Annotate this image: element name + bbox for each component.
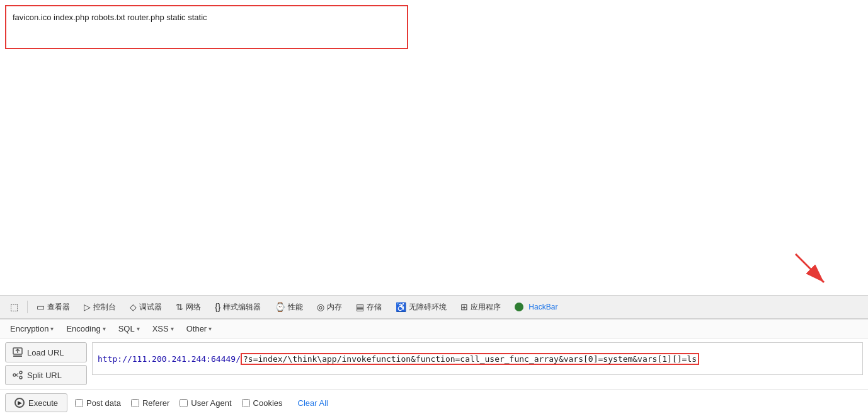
menu-encryption[interactable]: Encryption ▾ bbox=[5, 322, 59, 335]
side-buttons: Load URL Split URL bbox=[5, 342, 87, 385]
load-url-icon bbox=[12, 347, 23, 358]
tab-performance[interactable]: ⌚ 性能 bbox=[268, 299, 309, 315]
user-agent-checkbox[interactable] bbox=[180, 399, 188, 407]
checkbox-group: Post data Referer User Agent Cookies Cle… bbox=[75, 398, 863, 408]
split-url-button[interactable]: Split URL bbox=[5, 365, 87, 385]
red-arrow-icon bbox=[792, 251, 830, 289]
sql-chevron-icon: ▾ bbox=[137, 325, 140, 332]
hackbar-bottom: ▶ Execute Post data Referer User Agent C… bbox=[0, 390, 868, 416]
tab-apps[interactable]: ⊞ 应用程序 bbox=[454, 299, 507, 315]
tab-accessibility[interactable]: ♿ 无障碍环境 bbox=[389, 299, 453, 315]
tab-console[interactable]: ▷ 控制台 bbox=[77, 299, 122, 315]
network-icon: ⇅ bbox=[176, 302, 183, 312]
hackbar-label: HackBar bbox=[528, 303, 557, 311]
load-url-label: Load URL bbox=[27, 348, 64, 357]
svg-line-1 bbox=[796, 254, 824, 282]
load-url-button[interactable]: Load URL bbox=[5, 342, 87, 362]
referer-checkbox[interactable] bbox=[131, 399, 139, 407]
url-container: http://111.200.241.244:64449/?s=index/\t… bbox=[92, 342, 863, 385]
perf-icon: ⌚ bbox=[275, 302, 285, 312]
debugger-icon: ◇ bbox=[130, 302, 137, 312]
encoding-chevron-icon: ▾ bbox=[103, 325, 106, 332]
svg-point-5 bbox=[13, 374, 16, 376]
execute-button[interactable]: ▶ Execute bbox=[5, 393, 67, 412]
post-data-label: Post data bbox=[86, 398, 121, 408]
inspector-icon: ▭ bbox=[37, 302, 45, 312]
split-url-icon bbox=[12, 369, 23, 381]
encryption-chevron-icon: ▾ bbox=[50, 325, 54, 332]
output-text: favicon.ico index.php robots.txt router.… bbox=[13, 13, 207, 22]
sql-label: SQL bbox=[118, 324, 135, 333]
tab-storage[interactable]: ▤ 存储 bbox=[350, 299, 388, 315]
cookies-label: Cookies bbox=[253, 398, 283, 408]
storage-icon: ▤ bbox=[356, 302, 364, 312]
inspector-label: 查看器 bbox=[47, 302, 70, 313]
url-boxed-part: ?s=index/\think\app/invokefunction&funct… bbox=[241, 353, 699, 365]
tab-debugger[interactable]: ◇ 调试器 bbox=[123, 299, 168, 315]
split-url-label: Split URL bbox=[27, 371, 62, 380]
tab-style-editor[interactable]: {} 样式编辑器 bbox=[208, 299, 267, 315]
menu-xss[interactable]: XSS ▾ bbox=[147, 322, 179, 335]
user-agent-checkbox-label[interactable]: User Agent bbox=[180, 398, 231, 408]
devtools-bar: ⬚ ▭ 查看器 ▷ 控制台 ◇ 调试器 ⇅ 网络 {} 样式编辑器 ⌚ 性能 ◎… bbox=[0, 295, 868, 319]
apps-label: 应用程序 bbox=[471, 302, 501, 313]
tab-memory[interactable]: ◎ 内存 bbox=[311, 299, 348, 315]
hackbar-panel: Encryption ▾ Encoding ▾ SQL ▾ XSS ▾ Othe… bbox=[0, 319, 868, 416]
style-icon: {} bbox=[215, 302, 220, 312]
hackbar-menu: Encryption ▾ Encoding ▾ SQL ▾ XSS ▾ Othe… bbox=[0, 320, 868, 338]
accessibility-label: 无障碍环境 bbox=[409, 302, 447, 313]
execute-label: Execute bbox=[28, 398, 58, 408]
url-input-display[interactable]: http://111.200.241.244:64449/?s=index/\t… bbox=[92, 342, 863, 375]
tab-hackbar[interactable]: HackBar bbox=[508, 300, 564, 314]
encryption-label: Encryption bbox=[10, 324, 49, 333]
post-data-checkbox-label[interactable]: Post data bbox=[75, 398, 121, 408]
user-agent-label: User Agent bbox=[191, 398, 231, 408]
post-data-checkbox[interactable] bbox=[75, 399, 83, 407]
clear-all-button[interactable]: Clear All bbox=[298, 398, 328, 408]
cookies-checkbox[interactable] bbox=[242, 399, 250, 407]
inspect-icon: ⬚ bbox=[10, 302, 18, 312]
tab-inspector[interactable]: ▭ 查看器 bbox=[30, 299, 76, 315]
svg-rect-3 bbox=[13, 355, 22, 357]
referer-checkbox-label[interactable]: Referer bbox=[131, 398, 169, 408]
storage-label: 存储 bbox=[367, 302, 382, 313]
hackbar-dot-icon bbox=[515, 303, 523, 311]
menu-encoding[interactable]: Encoding ▾ bbox=[61, 322, 110, 335]
separator-1 bbox=[27, 301, 28, 313]
svg-line-8 bbox=[16, 374, 18, 376]
svg-line-9 bbox=[16, 375, 18, 377]
referer-label: Referer bbox=[142, 398, 169, 408]
memory-icon: ◎ bbox=[317, 302, 324, 312]
network-label: 网络 bbox=[186, 302, 201, 313]
menu-other[interactable]: Other ▾ bbox=[181, 322, 217, 335]
xss-label: XSS bbox=[152, 324, 169, 333]
style-label: 样式编辑器 bbox=[223, 302, 261, 313]
main-content: favicon.ico index.php robots.txt router.… bbox=[0, 0, 868, 295]
cookies-checkbox-label[interactable]: Cookies bbox=[242, 398, 283, 408]
execute-icon: ▶ bbox=[14, 398, 25, 408]
encoding-label: Encoding bbox=[66, 324, 100, 333]
memory-label: 内存 bbox=[327, 302, 342, 313]
svg-point-6 bbox=[20, 371, 22, 374]
menu-sql[interactable]: SQL ▾ bbox=[113, 322, 145, 335]
console-icon: ▷ bbox=[84, 302, 91, 312]
accessibility-icon: ♿ bbox=[396, 302, 406, 312]
console-label: 控制台 bbox=[93, 302, 116, 313]
devtools-inspect-btn[interactable]: ⬚ bbox=[4, 299, 25, 315]
other-label: Other bbox=[186, 324, 207, 333]
debugger-label: 调试器 bbox=[139, 302, 162, 313]
url-normal-part: http://111.200.241.244:64449/ bbox=[98, 354, 241, 364]
xss-chevron-icon: ▾ bbox=[171, 325, 174, 332]
svg-point-7 bbox=[20, 376, 22, 379]
apps-icon: ⊞ bbox=[460, 302, 468, 312]
other-chevron-icon: ▾ bbox=[208, 325, 212, 332]
tab-network[interactable]: ⇅ 网络 bbox=[169, 299, 207, 315]
text-output-box: favicon.ico index.php robots.txt router.… bbox=[5, 5, 408, 49]
hackbar-url-area: Load URL Split URL http://111.200.241.24 bbox=[0, 338, 868, 390]
perf-label: 性能 bbox=[288, 302, 303, 313]
